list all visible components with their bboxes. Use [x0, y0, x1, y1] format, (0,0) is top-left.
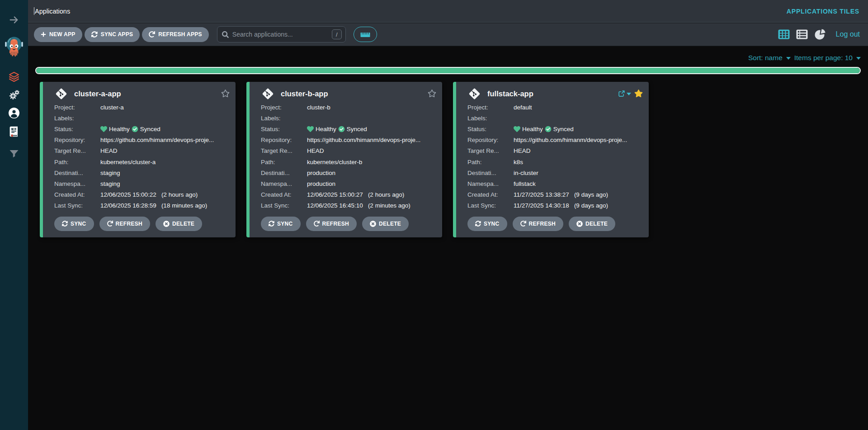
application-name: fullstack-app: [487, 90, 533, 98]
external-link-button[interactable]: [618, 90, 631, 97]
chevron-down-icon: [856, 57, 861, 60]
field-label: Path:: [54, 159, 100, 165]
field-label: Labels:: [54, 115, 100, 122]
field-label: Last Sync:: [54, 202, 100, 209]
card-field-row: Created At:12/06/2025 15:00:27(2 hours a…: [261, 189, 437, 200]
ruler-icon: [360, 32, 370, 38]
sidebar-item-settings[interactable]: [8, 89, 20, 101]
svg-text:?: ?: [12, 128, 13, 130]
refresh-button[interactable]: REFRESH: [513, 217, 563, 231]
refresh-icon: [520, 221, 526, 227]
sync-button[interactable]: SYNC: [54, 217, 94, 231]
field-label: Path:: [467, 159, 514, 165]
field-label: Labels:: [467, 115, 514, 122]
sidebar-item-user-info[interactable]: [8, 107, 20, 119]
card-field-row: Status:HealthySynced: [261, 123, 437, 134]
refresh-button[interactable]: REFRESH: [306, 217, 357, 231]
card-field-row: Status:HealthySynced: [54, 123, 230, 134]
relative-time: (9 days ago): [574, 191, 608, 198]
field-value: 12/06/2025 15:00:27(2 hours ago): [307, 191, 404, 198]
sync-apps-label: SYNC APPS: [101, 31, 133, 38]
card-field-row: Labels:: [261, 113, 437, 123]
card-field-row: Destinati...staging: [54, 167, 230, 178]
items-per-page-dropdown[interactable]: Items per page: 10: [794, 54, 861, 62]
field-value: kubernetes/cluster-a: [100, 159, 156, 165]
synced-check-icon: [132, 126, 138, 132]
sync-button[interactable]: SYNC: [261, 217, 301, 231]
logout-link[interactable]: Log out: [836, 30, 860, 38]
delete-button[interactable]: DELETE: [156, 217, 202, 231]
sync-apps-button[interactable]: SYNC APPS: [85, 27, 140, 42]
favorite-star-button[interactable]: [634, 89, 643, 98]
card-field-row: Destinati...in-cluster: [467, 167, 643, 178]
field-value: HealthySynced: [100, 126, 160, 132]
sort-dropdown[interactable]: Sort: name: [748, 54, 791, 62]
field-value: HealthySynced: [307, 126, 367, 132]
favorite-star-button[interactable]: [428, 89, 437, 98]
search-icon: [222, 31, 229, 38]
field-value: production: [307, 170, 335, 176]
card-field-row: Namespa...staging: [54, 178, 230, 189]
relative-time: (9 days ago): [574, 202, 608, 209]
delete-button[interactable]: DELETE: [362, 217, 409, 231]
field-label: Status:: [467, 126, 514, 132]
argo-logo[interactable]: [4, 36, 24, 58]
content: Sort: name Items per page: 10: [28, 47, 868, 430]
summary-view-icon[interactable]: [814, 28, 826, 40]
sidebar-item-applications[interactable]: [8, 71, 20, 83]
delete-icon: [576, 221, 583, 227]
application-card[interactable]: cluster-a-app Project:cluster-aLabels:St…: [40, 82, 236, 237]
field-label: Target Re...: [261, 147, 307, 154]
items-per-page-label: Items per page: 10: [794, 54, 853, 62]
field-value: staging: [100, 180, 120, 187]
refresh-button[interactable]: REFRESH: [99, 217, 150, 231]
star-outline-icon: [428, 89, 436, 98]
sync-icon: [269, 221, 274, 227]
top-bar: Applications APPLICATIONS TILES: [28, 0, 868, 23]
list-view-icon[interactable]: [796, 28, 808, 40]
sidebar-expand-arrow-icon[interactable]: [9, 15, 19, 24]
card-field-row: Last Sync:11/27/2025 14:30:18(9 days ago…: [467, 200, 643, 211]
tiles-view-icon[interactable]: [778, 28, 790, 40]
card-field-row: Created At:12/06/2025 15:00:22(2 hours a…: [54, 189, 230, 200]
health-progress-bar: [35, 67, 861, 74]
favorite-star-button[interactable]: [221, 89, 230, 98]
card-field-row: Repository:https://github.com/himanm/dev…: [467, 135, 643, 146]
sync-icon: [62, 221, 68, 227]
search-input[interactable]: [232, 31, 332, 38]
plus-icon: [41, 32, 46, 37]
filter-icon[interactable]: [8, 147, 20, 159]
field-label: Project:: [261, 104, 307, 111]
relative-time: (2 hours ago): [368, 191, 404, 198]
card-field-row: Target Re...HEAD: [54, 146, 230, 156]
field-label: Target Re...: [467, 147, 514, 154]
sync-button[interactable]: SYNC: [467, 217, 507, 231]
field-label: Namespa...: [261, 180, 307, 187]
field-label: Path:: [261, 159, 307, 165]
delete-icon: [370, 221, 376, 227]
sidebar-item-documentation[interactable]: ?: [8, 125, 20, 137]
field-label: Namespa...: [54, 180, 100, 187]
field-label: Created At:: [261, 191, 307, 198]
field-value: cluster-a: [100, 104, 124, 111]
field-label: Repository:: [467, 137, 514, 143]
health-status: Healthy: [316, 126, 336, 132]
card-field-row: Repository:https://github.com/himanm/dev…: [54, 135, 230, 146]
field-label: Project:: [54, 104, 100, 111]
application-card[interactable]: fullstack-app Project:defaultLabels:Stat…: [453, 82, 649, 237]
page-title: Applications: [28, 7, 70, 15]
star-filled-icon: [634, 89, 643, 98]
delete-button[interactable]: DELETE: [569, 217, 615, 231]
new-app-button[interactable]: NEW APP: [34, 27, 82, 42]
sync-icon: [475, 221, 481, 227]
chevron-down-icon: [627, 93, 631, 95]
healthy-heart-icon: [307, 126, 314, 132]
field-value: default: [514, 104, 532, 111]
compact-view-toggle[interactable]: [354, 27, 377, 42]
sync-status: Synced: [140, 126, 160, 132]
new-app-label: NEW APP: [49, 31, 75, 38]
refresh-apps-button[interactable]: REFRESH APPS: [142, 27, 209, 42]
application-card[interactable]: cluster-b-app Project:cluster-bLabels:St…: [246, 82, 442, 237]
card-field-row: Status:HealthySynced: [467, 123, 643, 134]
field-value: 12/06/2025 16:28:59(18 minutes ago): [100, 202, 207, 209]
